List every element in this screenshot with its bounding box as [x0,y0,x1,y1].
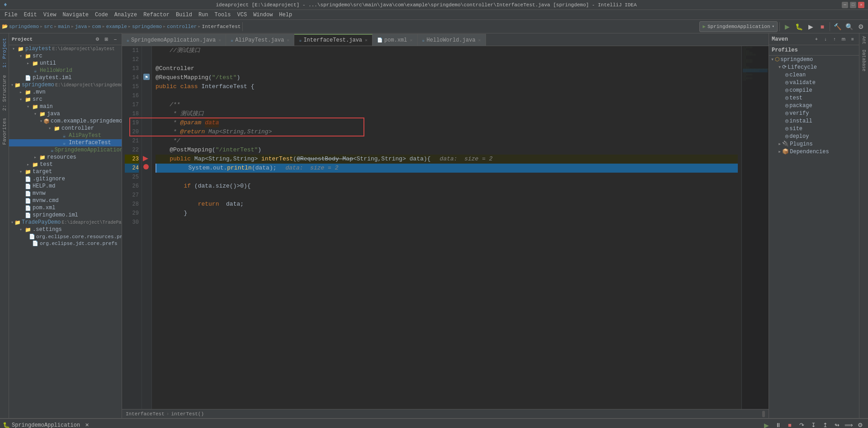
debug-button[interactable]: 🐛 [793,21,804,32]
tree-item-package[interactable]: ▾ 📦 com.example.springdemo [9,118,122,125]
menu-run[interactable]: Run [196,11,211,19]
menu-analyze[interactable]: Analyze [112,11,140,19]
project-collapse-btn[interactable]: – [112,36,119,43]
tree-item-src[interactable]: ▾ 📁 src [9,52,122,60]
tree-item-helloworld[interactable]: ▸ ☕ HelloWorld [9,67,122,74]
maven-deploy[interactable]: ◎ deploy [769,132,859,140]
tab-close[interactable]: ✕ [218,38,221,43]
run-button[interactable]: ▶ [782,21,793,32]
debug-step-over-btn[interactable]: ↷ [797,420,807,428]
tab-springdemo-app[interactable]: ☕ SpringdemoApplication.java ✕ [122,34,226,46]
maven-verify[interactable]: ◎ verify [769,109,859,117]
maven-add-btn[interactable]: + [813,36,820,43]
debug-run-to-cursor-btn[interactable]: ↬ [832,420,842,428]
tree-item-src2[interactable]: ▾ 📁 src [9,96,122,103]
menu-build[interactable]: Build [173,11,195,19]
breadcrumb-class[interactable]: InterfaceTest [126,411,165,417]
maven-validate[interactable]: ◎ validate [769,79,859,86]
breadcrumb-springdemo2[interactable]: springdemo [132,24,162,29]
maven-compile[interactable]: ◎ compile [769,86,859,94]
tree-item-playtest-iml[interactable]: ▸ 📄 playtest.iml [9,74,122,81]
menu-code[interactable]: Code [92,11,111,19]
debug-close-btn[interactable]: ✕ [82,420,92,428]
tree-item-eclipse-resources[interactable]: ▸ 📄 org.eclipse.core.resources.prefs [9,233,122,240]
tree-item-eclipse-jdt[interactable]: ▸ 📄 org.eclipse.jdt.core.prefs [9,240,122,247]
debug-step-into-btn[interactable]: ↧ [808,420,818,428]
project-panel-toggle[interactable]: 1: Project [1,34,8,71]
project-gear-btn[interactable]: ⊞ [103,36,110,43]
tab-helloworld[interactable]: ☕ HelloWorld.java ✕ [418,34,486,46]
minimize-btn[interactable]: ─ [842,2,848,8]
tree-item-springdemo-app[interactable]: ▸ ☕ SpringdemoApplication [9,146,122,154]
tab-pom[interactable]: 📄 pom.xml ✕ [373,34,417,46]
menu-help[interactable]: Help [276,11,295,19]
maven-download-btn[interactable]: ↓ [822,36,829,43]
debug-step-out-btn[interactable]: ↥ [820,420,830,428]
breadcrumb-main[interactable]: main [58,24,70,29]
debug-stop-btn[interactable]: ■ [785,420,795,428]
breadcrumb-example[interactable]: example [106,24,127,29]
run-config[interactable]: ▶ SpringdemoApplication ▾ [699,21,778,32]
debug-pause-btn[interactable]: ⏸ [773,420,783,428]
menu-refactor[interactable]: Refactor [141,11,172,19]
maven-install[interactable]: ◎ install [769,117,859,125]
code-area[interactable]: //测试接口 @Controller @RequestMapping("/tes… [152,46,741,409]
tree-item-resources[interactable]: ▸ 📁 resources [9,154,122,161]
settings-button[interactable]: ⚙ [855,21,866,32]
menu-window[interactable]: Window [250,11,275,19]
maven-lifecycle[interactable]: ▾ ⟳ Lifecycle [769,63,859,71]
ant-toggle[interactable]: Ant [860,33,867,47]
breadcrumb-src[interactable]: src [44,24,53,29]
tab-close[interactable]: ✕ [287,38,289,43]
tree-item-pom[interactable]: ▸ 📄 pom.xml [9,204,122,212]
breadcrumb-method[interactable]: interTest() [171,411,204,417]
project-settings-btn[interactable]: ⚙ [94,36,101,43]
tab-close[interactable]: ✕ [478,38,481,43]
build-button[interactable]: 🔨 [832,21,843,32]
tree-item-playtest[interactable]: ▾ 📁 playtest E:\ideaproject\playtest [9,45,122,52]
structure-panel-toggle[interactable]: 2: Structure [1,71,8,114]
tree-item-settings[interactable]: ▾ 📁 .settings [9,226,122,233]
tree-item-gitignore[interactable]: ▸ 📄 .gitignore [9,175,122,183]
breadcrumb-controller[interactable]: controller [167,24,197,29]
tree-item-target[interactable]: ▾ 📁 target [9,168,122,175]
tree-item-mvnw-cmd[interactable]: ▸ 📄 mvnw.cmd [9,197,122,204]
tree-item-main[interactable]: ▾ 📁 main [9,103,122,110]
menu-navigate[interactable]: Navigate [60,11,91,19]
tree-item-until[interactable]: ▸ 📁 until [9,60,122,67]
tree-item-tradepay[interactable]: ▾ 📁 TradePayDemo E:\ideaproject\TradePay [9,219,122,226]
breadcrumb-java[interactable]: java [75,24,87,29]
favorites-toggle[interactable]: Favorites [1,114,8,148]
breadcrumb-com[interactable]: com [92,24,101,29]
debug-evaluate-btn[interactable]: ⟹ [844,420,854,428]
close-btn[interactable]: ✕ [858,2,864,8]
stop-button[interactable]: ■ [817,21,828,32]
tree-item-mvn[interactable]: ▸ 📁 .mvn [9,89,122,96]
maven-dependencies[interactable]: ▸ 📦 Dependencies [769,148,859,155]
menu-file[interactable]: File [2,11,20,19]
restore-btn[interactable]: □ [850,2,856,8]
debug-settings-btn[interactable]: ⚙ [855,420,865,428]
menu-view[interactable]: View [41,11,59,19]
breadcrumb-springdemo[interactable]: springdemo [9,24,39,29]
tree-item-springdemo-iml[interactable]: ▸ 📄 springdemo.iml [9,212,122,219]
tree-item-test[interactable]: ▸ 📁 test [9,161,122,168]
maven-springdemo[interactable]: ▾ ⬡ springdemo [769,56,859,63]
debug-resume-btn[interactable]: ▶ [761,420,771,428]
maven-menu-btn[interactable]: ≡ [849,36,856,43]
tab-close[interactable]: ✕ [365,38,368,43]
tree-item-interfacetest[interactable]: ▸ ☕ InterfaceTest [9,139,122,146]
tree-item-help[interactable]: ▸ 📄 HELP.md [9,183,122,190]
tree-item-java[interactable]: ▾ 📁 java [9,110,122,118]
tab-interfacetest[interactable]: ☕ InterfaceTest.java ✕ [294,34,373,46]
tab-close[interactable]: ✕ [410,38,413,43]
maven-plugins[interactable]: ▸ 🔌 Plugins [769,140,859,148]
menu-edit[interactable]: Edit [21,11,40,19]
tree-item-mvnw[interactable]: ▸ 📄 mvnw [9,190,122,197]
menu-vcs[interactable]: VCS [235,11,250,19]
maven-package[interactable]: ◎ package [769,102,859,109]
coverage-button[interactable]: ▶ [805,21,816,32]
menu-tools[interactable]: Tools [212,11,234,19]
tree-item-alipay[interactable]: ▸ ☕ AliPayTest [9,132,122,139]
tree-item-controller[interactable]: ▾ 📁 controller [9,125,122,132]
